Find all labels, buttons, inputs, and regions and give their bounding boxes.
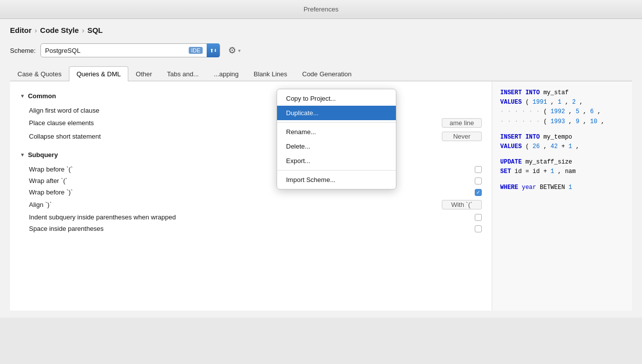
code-line-3: · · · · · · ( 1992 , 5 , 6 ,: [500, 107, 624, 117]
code-line-4: · · · · · · ( 1993 , 9 , 10 ,: [500, 117, 624, 127]
setting-align-close-control[interactable]: With `(`: [422, 200, 482, 209]
code-line-10: SET id = id + 1 , nam: [500, 167, 624, 177]
tab-other[interactable]: Other: [128, 66, 160, 81]
setting-collapse-short-control[interactable]: Never: [422, 132, 482, 141]
tab-alignment[interactable]: ...apping: [206, 66, 246, 81]
tab-blank-lines[interactable]: Blank Lines: [246, 66, 295, 81]
scheme-select[interactable]: PostgreSQL IDE ⬆ ⬇: [40, 43, 220, 57]
setting-wrap-after-open: Wrap after `(`: [20, 175, 482, 186]
setting-align-first-word: Align first word of clause: [20, 105, 482, 116]
code-line-7: VALUES ( 26 , 42 + 1 ,: [500, 142, 624, 152]
gear-dropdown-arrow: ▾: [238, 48, 241, 53]
breadcrumb-editor[interactable]: Editor: [10, 26, 31, 34]
checkbox-space-inside[interactable]: [475, 225, 482, 232]
code-preview-panel: INSERT INTO my_staf VALUES ( 1991 , 1 , …: [492, 81, 632, 311]
setting-wrap-before-close-control[interactable]: [422, 189, 482, 196]
menu-item-copy-to-project[interactable]: Copy to Project...: [277, 91, 396, 106]
setting-indent-subquery-label: Indent subquery inside parentheses when …: [29, 213, 422, 221]
code-line-6: INSERT INTO my_tempo: [500, 133, 624, 142]
setting-indent-subquery-control[interactable]: [422, 214, 482, 221]
common-section-header: ▼ Common: [20, 92, 482, 100]
setting-space-inside-control[interactable]: [422, 225, 482, 232]
menu-item-import-scheme[interactable]: Import Scheme...: [277, 173, 396, 187]
code-line-12: WHERE year BETWEEN 1: [500, 183, 624, 192]
tab-code-generation[interactable]: Code Generation: [295, 66, 359, 81]
breadcrumb-sep1: ›: [34, 26, 37, 34]
subquery-section-header: ▼ Subquery: [20, 151, 482, 159]
common-triangle: ▼: [20, 93, 25, 99]
checkbox-wrap-before-open[interactable]: [475, 166, 482, 173]
tab-queries-dml[interactable]: Queries & DML: [69, 66, 128, 81]
scheme-select-value: PostgreSQL: [45, 47, 185, 54]
menu-item-export[interactable]: Export...: [277, 154, 396, 168]
setting-align-close: Align `)` With `(`: [20, 198, 482, 211]
menu-item-delete[interactable]: Delete...: [277, 139, 396, 154]
common-title: Common: [28, 92, 56, 100]
setting-wrap-before-open: Wrap before `(`: [20, 164, 482, 175]
setting-wrap-after-open-control[interactable]: [422, 178, 482, 184]
setting-place-clause: Place clause elements ame line: [20, 116, 482, 130]
setting-wrap-before-close: Wrap before `)`: [20, 186, 482, 198]
scheme-up-arrow: ⬆: [210, 48, 214, 53]
setting-place-clause-control[interactable]: ame line: [422, 118, 482, 128]
dropdown-menu: Copy to Project... Duplicate... Rename..…: [277, 89, 396, 189]
setting-indent-subquery: Indent subquery inside parentheses when …: [20, 211, 482, 223]
checkbox-wrap-after-open[interactable]: [475, 178, 482, 184]
gear-button[interactable]: ⚙ ▾: [225, 44, 244, 57]
scheme-down-arrow: ⬇: [214, 48, 217, 53]
code-spacer-1: [500, 127, 624, 133]
setting-wrap-before-close-label: Wrap before `)`: [29, 188, 422, 196]
menu-item-rename[interactable]: Rename...: [277, 125, 396, 139]
subquery-triangle: ▼: [20, 152, 25, 158]
breadcrumb-sep2: ›: [82, 26, 84, 34]
window-title: Preferences: [304, 5, 338, 13]
setting-wrap-before-open-control[interactable]: [422, 166, 482, 173]
scheme-row: Scheme: PostgreSQL IDE ⬆ ⬇ ⚙ ▾: [10, 43, 632, 57]
checkbox-indent-subquery[interactable]: [475, 214, 482, 221]
menu-item-duplicate[interactable]: Duplicate...: [277, 106, 396, 120]
tab-case-quotes[interactable]: Case & Quotes: [10, 66, 69, 81]
setting-space-inside: Space inside parentheses: [20, 223, 482, 234]
gear-icon: ⚙: [228, 45, 236, 56]
code-line-2: VALUES ( 1991 , 1 , 2 ,: [500, 98, 624, 107]
scheme-ide-badge: IDE: [189, 47, 203, 54]
scheme-arrow[interactable]: ⬆ ⬇: [207, 43, 220, 57]
code-line-1: INSERT INTO my_staf: [500, 88, 624, 98]
code-spacer-3: [500, 177, 624, 183]
settings-panel: ▼ Common Align first word of clause Plac…: [10, 81, 492, 311]
code-line-9: UPDATE my_staff_size: [500, 158, 624, 167]
place-clause-value: ame line: [442, 118, 482, 128]
collapse-short-value: Never: [442, 132, 482, 141]
code-spacer-2: [500, 152, 624, 158]
tab-tabs-indents[interactable]: Tabs and...: [160, 66, 207, 81]
tabs-bar: Case & Quotes Queries & DML Other Tabs a…: [10, 66, 632, 81]
setting-space-inside-label: Space inside parentheses: [29, 225, 422, 232]
breadcrumb-sql[interactable]: SQL: [87, 26, 103, 34]
breadcrumb: Editor › Code Style › SQL: [10, 26, 632, 34]
checkbox-wrap-before-close[interactable]: [475, 189, 482, 196]
align-close-value: With `(`: [442, 200, 482, 209]
scheme-label: Scheme:: [10, 47, 35, 54]
subquery-title: Subquery: [28, 151, 58, 159]
breadcrumb-code-style[interactable]: Code Style: [40, 26, 79, 34]
title-bar: Preferences: [0, 0, 642, 19]
dropdown-separator-1: [277, 122, 396, 123]
setting-align-close-label: Align `)`: [29, 201, 422, 208]
setting-collapse-short: Collapse short statement Never: [20, 130, 482, 143]
dropdown-separator-2: [277, 170, 396, 171]
